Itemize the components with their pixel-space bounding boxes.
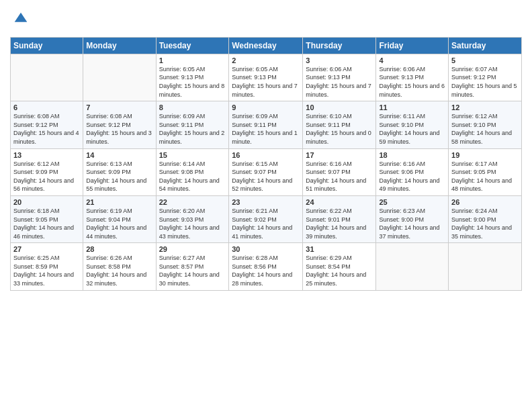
day-number: 8 bbox=[159, 103, 226, 111]
calendar-cell: 15Sunrise: 6:14 AM Sunset: 9:08 PM Dayli… bbox=[156, 148, 229, 195]
calendar-cell: 17Sunrise: 6:16 AM Sunset: 9:07 PM Dayli… bbox=[303, 148, 376, 195]
day-info: Sunrise: 6:06 AM Sunset: 9:13 PM Dayligh… bbox=[306, 65, 373, 99]
day-info: Sunrise: 6:23 AM Sunset: 9:00 PM Dayligh… bbox=[379, 207, 445, 240]
day-number: 20 bbox=[13, 198, 80, 206]
calendar-cell: 5Sunrise: 6:07 AM Sunset: 9:12 PM Daylig… bbox=[449, 54, 522, 101]
calendar-cell: 1Sunrise: 6:05 AM Sunset: 9:13 PM Daylig… bbox=[156, 54, 229, 101]
day-info: Sunrise: 6:08 AM Sunset: 9:12 PM Dayligh… bbox=[86, 112, 152, 146]
calendar-cell: 11Sunrise: 6:11 AM Sunset: 9:10 PM Dayli… bbox=[376, 101, 449, 148]
calendar-cell bbox=[83, 54, 156, 101]
day-info: Sunrise: 6:27 AM Sunset: 8:57 PM Dayligh… bbox=[159, 254, 226, 287]
svg-marker-0 bbox=[15, 13, 28, 22]
calendar-cell: 13Sunrise: 6:12 AM Sunset: 9:09 PM Dayli… bbox=[11, 148, 83, 195]
day-info: Sunrise: 6:13 AM Sunset: 9:09 PM Dayligh… bbox=[86, 160, 152, 193]
day-number: 27 bbox=[13, 245, 80, 253]
day-number: 26 bbox=[451, 198, 519, 206]
day-info: Sunrise: 6:28 AM Sunset: 8:56 PM Dayligh… bbox=[232, 254, 300, 287]
day-info: Sunrise: 6:16 AM Sunset: 9:07 PM Dayligh… bbox=[306, 160, 373, 193]
week-row-5: 27Sunrise: 6:25 AM Sunset: 8:59 PM Dayli… bbox=[11, 243, 522, 290]
day-info: Sunrise: 6:24 AM Sunset: 9:00 PM Dayligh… bbox=[451, 207, 519, 240]
calendar-cell: 19Sunrise: 6:17 AM Sunset: 9:05 PM Dayli… bbox=[449, 148, 522, 195]
day-number: 29 bbox=[159, 245, 226, 253]
day-number: 7 bbox=[86, 103, 152, 111]
day-info: Sunrise: 6:15 AM Sunset: 9:07 PM Dayligh… bbox=[232, 160, 300, 193]
day-number: 6 bbox=[13, 103, 80, 111]
calendar-table: SundayMondayTuesdayWednesdayThursdayFrid… bbox=[10, 37, 522, 291]
weekday-tuesday: Tuesday bbox=[156, 37, 229, 54]
day-number: 23 bbox=[232, 198, 300, 206]
calendar-cell bbox=[449, 243, 522, 290]
day-info: Sunrise: 6:17 AM Sunset: 9:05 PM Dayligh… bbox=[451, 160, 519, 193]
weekday-thursday: Thursday bbox=[303, 37, 376, 54]
day-number: 14 bbox=[86, 151, 152, 159]
calendar-cell: 31Sunrise: 6:29 AM Sunset: 8:54 PM Dayli… bbox=[303, 243, 376, 290]
day-info: Sunrise: 6:16 AM Sunset: 9:06 PM Dayligh… bbox=[379, 160, 445, 193]
day-info: Sunrise: 6:07 AM Sunset: 9:12 PM Dayligh… bbox=[451, 65, 519, 99]
day-number: 16 bbox=[232, 151, 300, 159]
calendar-cell: 2Sunrise: 6:05 AM Sunset: 9:13 PM Daylig… bbox=[229, 54, 303, 101]
day-info: Sunrise: 6:12 AM Sunset: 9:10 PM Dayligh… bbox=[451, 112, 519, 146]
calendar-cell: 6Sunrise: 6:08 AM Sunset: 9:12 PM Daylig… bbox=[11, 101, 83, 148]
day-number: 1 bbox=[159, 56, 226, 64]
calendar-cell: 27Sunrise: 6:25 AM Sunset: 8:59 PM Dayli… bbox=[11, 243, 83, 290]
day-number: 22 bbox=[159, 198, 226, 206]
calendar-cell: 29Sunrise: 6:27 AM Sunset: 8:57 PM Dayli… bbox=[156, 243, 229, 290]
calendar-cell: 26Sunrise: 6:24 AM Sunset: 9:00 PM Dayli… bbox=[449, 195, 522, 242]
day-number: 24 bbox=[306, 198, 373, 206]
day-number: 9 bbox=[232, 103, 300, 111]
calendar-cell: 25Sunrise: 6:23 AM Sunset: 9:00 PM Dayli… bbox=[376, 195, 449, 242]
calendar-cell: 30Sunrise: 6:28 AM Sunset: 8:56 PM Dayli… bbox=[229, 243, 303, 290]
calendar-cell: 18Sunrise: 6:16 AM Sunset: 9:06 PM Dayli… bbox=[376, 148, 449, 195]
logo-icon bbox=[11, 9, 30, 28]
day-info: Sunrise: 6:10 AM Sunset: 9:11 PM Dayligh… bbox=[306, 112, 373, 146]
day-number: 5 bbox=[451, 56, 519, 64]
day-info: Sunrise: 6:14 AM Sunset: 9:08 PM Dayligh… bbox=[159, 160, 226, 193]
calendar-cell: 20Sunrise: 6:18 AM Sunset: 9:05 PM Dayli… bbox=[11, 195, 83, 242]
day-info: Sunrise: 6:06 AM Sunset: 9:13 PM Dayligh… bbox=[379, 65, 445, 99]
calendar-cell: 10Sunrise: 6:10 AM Sunset: 9:11 PM Dayli… bbox=[303, 101, 376, 148]
day-number: 10 bbox=[306, 103, 373, 111]
calendar-cell: 22Sunrise: 6:20 AM Sunset: 9:03 PM Dayli… bbox=[156, 195, 229, 242]
day-info: Sunrise: 6:21 AM Sunset: 9:02 PM Dayligh… bbox=[232, 207, 300, 240]
day-number: 2 bbox=[232, 56, 300, 64]
header bbox=[10, 7, 522, 32]
day-number: 15 bbox=[159, 151, 226, 159]
day-number: 25 bbox=[379, 198, 445, 206]
week-row-2: 6Sunrise: 6:08 AM Sunset: 9:12 PM Daylig… bbox=[11, 101, 522, 148]
day-info: Sunrise: 6:18 AM Sunset: 9:05 PM Dayligh… bbox=[13, 207, 80, 240]
day-info: Sunrise: 6:19 AM Sunset: 9:04 PM Dayligh… bbox=[86, 207, 152, 240]
day-info: Sunrise: 6:09 AM Sunset: 9:11 PM Dayligh… bbox=[159, 112, 226, 146]
day-number: 17 bbox=[306, 151, 373, 159]
day-number: 28 bbox=[86, 245, 152, 253]
calendar-cell: 23Sunrise: 6:21 AM Sunset: 9:02 PM Dayli… bbox=[229, 195, 303, 242]
calendar-cell: 21Sunrise: 6:19 AM Sunset: 9:04 PM Dayli… bbox=[83, 195, 156, 242]
week-row-3: 13Sunrise: 6:12 AM Sunset: 9:09 PM Dayli… bbox=[11, 148, 522, 195]
calendar-cell bbox=[376, 243, 449, 290]
day-info: Sunrise: 6:12 AM Sunset: 9:09 PM Dayligh… bbox=[13, 160, 80, 193]
calendar-cell: 16Sunrise: 6:15 AM Sunset: 9:07 PM Dayli… bbox=[229, 148, 303, 195]
day-number: 19 bbox=[451, 151, 519, 159]
day-info: Sunrise: 6:22 AM Sunset: 9:01 PM Dayligh… bbox=[306, 207, 373, 240]
calendar-cell: 12Sunrise: 6:12 AM Sunset: 9:10 PM Dayli… bbox=[449, 101, 522, 148]
calendar-cell: 8Sunrise: 6:09 AM Sunset: 9:11 PM Daylig… bbox=[156, 101, 229, 148]
week-row-1: 1Sunrise: 6:05 AM Sunset: 9:13 PM Daylig… bbox=[11, 54, 522, 101]
weekday-header-row: SundayMondayTuesdayWednesdayThursdayFrid… bbox=[11, 37, 522, 54]
day-number: 12 bbox=[451, 103, 519, 111]
day-number: 30 bbox=[232, 245, 300, 253]
day-info: Sunrise: 6:08 AM Sunset: 9:12 PM Dayligh… bbox=[13, 112, 80, 146]
weekday-monday: Monday bbox=[83, 37, 156, 54]
day-info: Sunrise: 6:05 AM Sunset: 9:13 PM Dayligh… bbox=[159, 65, 226, 99]
day-info: Sunrise: 6:05 AM Sunset: 9:13 PM Dayligh… bbox=[232, 65, 300, 99]
day-number: 18 bbox=[379, 151, 445, 159]
page-container: SundayMondayTuesdayWednesdayThursdayFrid… bbox=[0, 0, 532, 298]
day-number: 21 bbox=[86, 198, 152, 206]
day-info: Sunrise: 6:11 AM Sunset: 9:10 PM Dayligh… bbox=[379, 112, 445, 146]
calendar-cell: 4Sunrise: 6:06 AM Sunset: 9:13 PM Daylig… bbox=[376, 54, 449, 101]
day-info: Sunrise: 6:25 AM Sunset: 8:59 PM Dayligh… bbox=[13, 254, 80, 287]
day-number: 4 bbox=[379, 56, 445, 64]
weekday-wednesday: Wednesday bbox=[229, 37, 303, 54]
day-number: 11 bbox=[379, 103, 445, 111]
calendar-cell: 28Sunrise: 6:26 AM Sunset: 8:58 PM Dayli… bbox=[83, 243, 156, 290]
logo bbox=[10, 9, 30, 32]
calendar-cell: 24Sunrise: 6:22 AM Sunset: 9:01 PM Dayli… bbox=[303, 195, 376, 242]
